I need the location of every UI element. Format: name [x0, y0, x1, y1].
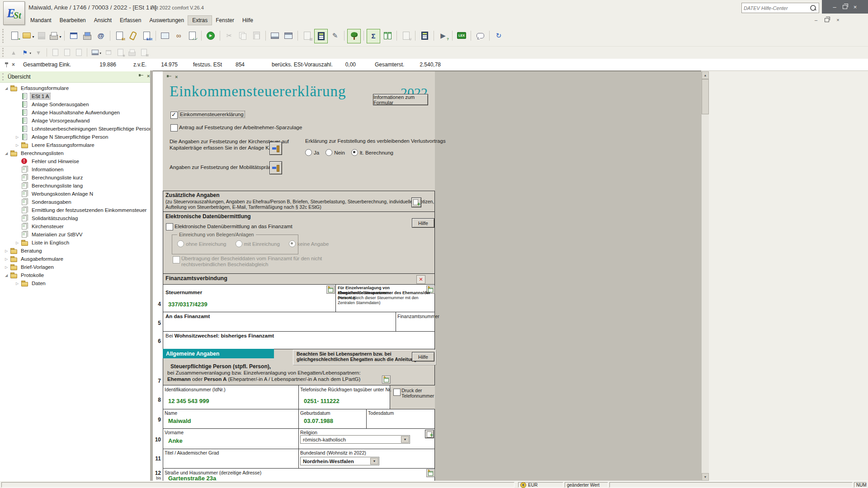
- idnr-value[interactable]: 12 345 543 999: [168, 398, 209, 404]
- scrollbar-thumb[interactable]: [702, 79, 709, 114]
- toolbar-button[interactable]: [487, 29, 491, 42]
- tree-view-icon[interactable]: [347, 29, 361, 43]
- menu-item[interactable]: Ansicht: [90, 16, 116, 25]
- steuernummer-value[interactable]: 337/0317/4239: [168, 301, 208, 308]
- page-middle-icon[interactable]: [62, 48, 71, 57]
- print-list-icon[interactable]: [127, 48, 137, 57]
- name-value[interactable]: Maiwald: [168, 418, 191, 424]
- handshake-icon[interactable]: ∞: [172, 29, 185, 42]
- probe-pen-icon[interactable]: ✎: [329, 29, 341, 42]
- toolbar-button[interactable]: [154, 29, 158, 42]
- tree-expander-icon[interactable]: ◢: [4, 86, 9, 90]
- tree-item[interactable]: ▷ Daten: [0, 279, 150, 287]
- menu-item[interactable]: Fenster: [212, 16, 238, 25]
- close-button[interactable]: ×: [854, 4, 857, 10]
- doc-attach-icon[interactable]: ∪: [400, 29, 412, 42]
- window-layout-icon[interactable]: [91, 48, 101, 57]
- tree-expander-icon[interactable]: ▷: [14, 282, 20, 286]
- nav-up-icon[interactable]: ▲: [9, 48, 18, 57]
- delete-finanzamt-icon[interactable]: ✕: [416, 275, 425, 284]
- sum-icon[interactable]: Σ: [367, 29, 380, 43]
- tree-expander-icon[interactable]: ▷: [14, 135, 20, 139]
- save-icon[interactable]: [35, 29, 48, 42]
- new-document-icon[interactable]: +: [8, 29, 21, 42]
- radio-option[interactable]: ohne Einreichung: [177, 240, 226, 247]
- tree-item[interactable]: Kirchensteuer: [0, 222, 150, 230]
- toolbar-button[interactable]: [469, 29, 473, 42]
- jump-flag-icon[interactable]: ⚑: [21, 48, 31, 57]
- tree-expander-icon[interactable]: ◢: [4, 273, 9, 277]
- toolbar-button[interactable]: [264, 29, 268, 42]
- word-export-icon[interactable]: W: [139, 48, 148, 57]
- radio-option[interactable]: keine Angabe: [289, 240, 329, 247]
- est-document-icon[interactable]: ESt: [140, 29, 153, 42]
- calculator2-icon[interactable]: [418, 29, 431, 42]
- est-declaration-checkbox[interactable]: [170, 112, 178, 119]
- nav-down-icon[interactable]: ▼: [34, 48, 43, 57]
- close-bar-icon[interactable]: ×: [12, 61, 15, 68]
- toolbar-button[interactable]: [62, 29, 66, 42]
- monitor-note-icon[interactable]: [159, 29, 171, 42]
- minimize-button[interactable]: –: [833, 4, 836, 10]
- help-search-input[interactable]: [742, 5, 810, 11]
- lex-icon[interactable]: LEX: [455, 29, 468, 42]
- scroll-up-icon[interactable]: ▲: [702, 71, 709, 79]
- tree-item[interactable]: ▷ Beratung: [0, 247, 150, 255]
- toolbar-button[interactable]: [362, 29, 366, 42]
- page-first-icon[interactable]: [51, 48, 60, 57]
- tree-item[interactable]: ▷ Brief-Vorlagen: [0, 263, 150, 271]
- person-data-lookup-icon[interactable]: [382, 375, 391, 384]
- tree-item[interactable]: ◢ Protokolle: [0, 271, 150, 279]
- tree-item[interactable]: ◢ Berechnungslisten: [0, 149, 150, 157]
- tree-item[interactable]: Solidaritätszuschlag: [0, 214, 150, 222]
- radio-option[interactable]: mit Einreichung: [236, 240, 280, 247]
- tree-expander-icon[interactable]: ▷: [4, 257, 9, 261]
- tree-item[interactable]: ESt 1 A: [0, 92, 150, 100]
- dock-pin-icon[interactable]: [166, 74, 172, 78]
- add-details-icon[interactable]: [411, 197, 421, 207]
- columns-icon[interactable]: [381, 29, 394, 42]
- doc-restore-button[interactable]: [825, 18, 829, 22]
- menu-item[interactable]: Auswertungen: [145, 16, 188, 25]
- tree-item[interactable]: ▷ Ausgabeformulare: [0, 255, 150, 263]
- print-icon[interactable]: [49, 29, 61, 42]
- refresh-icon[interactable]: ↻: [492, 29, 505, 42]
- kap-jump-icon[interactable]: [269, 142, 282, 155]
- toolbar-grip[interactable]: [2, 29, 5, 43]
- close-panel-icon[interactable]: ×: [147, 73, 150, 79]
- vorname-value[interactable]: Anke: [168, 437, 183, 444]
- bescheiddaten-checkbox[interactable]: [173, 256, 180, 263]
- tree-item[interactable]: Berechnungsliste kurz: [0, 174, 150, 182]
- combo-arrow-icon[interactable]: ▼: [401, 436, 409, 443]
- pin-icon[interactable]: [5, 62, 9, 68]
- steuernummer-lookup-icon[interactable]: [326, 286, 335, 294]
- adresse-lookup-icon[interactable]: [426, 469, 435, 477]
- panel-grip[interactable]: [2, 73, 5, 81]
- menu-item[interactable]: Bearbeiten: [56, 16, 90, 25]
- copy-icon[interactable]: [236, 29, 249, 42]
- toolbar-button[interactable]: [218, 29, 222, 42]
- email-icon[interactable]: @: [94, 29, 107, 42]
- vertical-scrollbar[interactable]: ▲ ▼: [701, 71, 709, 481]
- religion-select[interactable]: römisch-katholisch▼: [300, 435, 410, 444]
- add-religion-icon[interactable]: [425, 430, 434, 438]
- tel-value[interactable]: 0251- 111222: [304, 398, 340, 404]
- bundesland-select[interactable]: Nordrhein-Westfalen▼: [300, 457, 379, 465]
- radio-option[interactable]: Ja: [305, 149, 319, 156]
- tree-item[interactable]: ▷ Leere Erfassungsformulare: [0, 141, 150, 149]
- toolbar-button[interactable]: [45, 48, 49, 57]
- tree-item[interactable]: Anlage Haushaltsnahe Aufwendungen: [0, 108, 150, 117]
- toolbar-button[interactable]: [108, 29, 112, 42]
- druck-telefonnummer-checkbox[interactable]: [393, 389, 401, 396]
- sparzulage-checkbox[interactable]: [170, 124, 178, 131]
- scroll-down-icon[interactable]: ▼: [702, 473, 709, 481]
- tree-item[interactable]: Anlage Sonderausgaben: [0, 100, 150, 108]
- combo-arrow-icon[interactable]: ▼: [370, 458, 378, 465]
- doc-minimize-button[interactable]: –: [815, 17, 817, 23]
- toolbar-button[interactable]: [296, 29, 300, 42]
- tree-item[interactable]: Berechnungsliste lang: [0, 182, 150, 190]
- menu-item[interactable]: Extras: [188, 16, 212, 25]
- tree-item[interactable]: ▷ Anlage N Steuerpflichtige Person: [0, 133, 150, 141]
- doc-preview-icon[interactable]: ◉: [116, 48, 125, 57]
- dock-top-icon[interactable]: [282, 29, 295, 42]
